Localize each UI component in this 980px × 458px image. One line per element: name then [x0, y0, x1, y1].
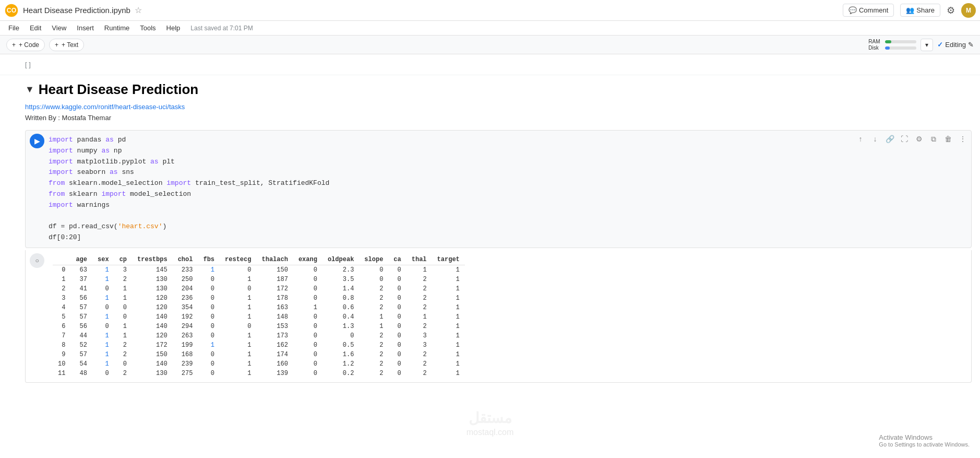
- table-cell: 0: [198, 275, 220, 284]
- table-cell: 2: [407, 359, 432, 369]
- plus-icon: +: [12, 41, 16, 49]
- kaggle-link[interactable]: https://www.kaggle.com/ronitf/heart-dise…: [25, 103, 980, 111]
- table-header: slope: [359, 254, 388, 265]
- table-cell: 150: [256, 265, 293, 275]
- settings-icon[interactable]: ⚙: [947, 5, 955, 16]
- expand-icon[interactable]: ⛶: [898, 133, 911, 145]
- check-icon: ✓: [937, 41, 943, 49]
- table-cell: 192: [173, 312, 198, 322]
- table-cell: 0: [293, 312, 322, 322]
- table-cell: 2: [114, 350, 132, 359]
- link-icon[interactable]: 🔗: [883, 133, 896, 145]
- table-cell: 63: [70, 265, 92, 275]
- table-cell: 2: [359, 369, 388, 378]
- table-cell: 0: [198, 350, 220, 359]
- avatar[interactable]: M: [961, 3, 976, 18]
- table-cell: 0: [198, 369, 220, 378]
- table-cell: 1.4: [322, 284, 359, 293]
- menu-insert[interactable]: Insert: [73, 23, 98, 33]
- table-cell: 57: [70, 303, 92, 312]
- table-cell: 2: [359, 350, 388, 359]
- table-header: sex: [92, 254, 114, 265]
- last-saved-label: Last saved at 7:01 PM: [190, 25, 253, 32]
- table-cell: 8: [53, 340, 70, 350]
- move-down-icon[interactable]: ↓: [869, 133, 881, 145]
- table-cell: 2: [407, 369, 432, 378]
- table-cell: 275: [173, 369, 198, 378]
- table-cell: 0: [388, 312, 406, 322]
- table-cell: 0: [293, 322, 322, 331]
- add-text-button[interactable]: + + Text: [49, 39, 84, 51]
- output-indicator[interactable]: ○: [30, 253, 44, 268]
- table-cell: 2: [359, 293, 388, 303]
- table-cell: 140: [132, 359, 173, 369]
- copy-icon[interactable]: ⧉: [927, 133, 940, 145]
- table-header: oldpeak: [322, 254, 359, 265]
- output-inner: agesexcptrestbpscholfbsrestecgthalachexa…: [49, 250, 971, 382]
- table-header: cp: [114, 254, 132, 265]
- table-header: fbs: [198, 254, 220, 265]
- table-cell: 57: [70, 312, 92, 322]
- table-cell: 9: [53, 350, 70, 359]
- table-cell: 168: [173, 350, 198, 359]
- table-cell: 1: [92, 293, 114, 303]
- star-icon[interactable]: ☆: [135, 5, 142, 15]
- comment-button[interactable]: 💬 Comment: [843, 4, 894, 17]
- table-cell: 0.6: [322, 303, 359, 312]
- table-cell: 1: [220, 359, 256, 369]
- table-cell: 7: [53, 331, 70, 340]
- table-cell: 1: [220, 293, 256, 303]
- menu-runtime[interactable]: Runtime: [100, 23, 134, 33]
- add-code-button[interactable]: + + Code: [6, 39, 45, 51]
- table-cell: 1: [198, 340, 220, 350]
- move-up-icon[interactable]: ↑: [854, 133, 867, 145]
- table-cell: 2: [359, 359, 388, 369]
- pencil-icon: ✎: [968, 41, 974, 49]
- table-cell: 1: [220, 312, 256, 322]
- table-cell: 153: [256, 322, 293, 331]
- author-text: Written By : Mostafa Themar: [25, 114, 980, 122]
- connect-dropdown[interactable]: ▾: [921, 39, 933, 51]
- menu-file[interactable]: File: [4, 23, 23, 33]
- table-cell: 0: [388, 331, 406, 340]
- table-cell: 0.5: [322, 340, 359, 350]
- table-cell: 0: [114, 359, 132, 369]
- table-cell: 0: [293, 284, 322, 293]
- share-button[interactable]: 👥 Share: [900, 4, 940, 17]
- table-cell: 0: [293, 359, 322, 369]
- table-header: thalach: [256, 254, 293, 265]
- settings-cell-icon[interactable]: ⚙: [913, 133, 925, 145]
- more-icon[interactable]: ⋮: [957, 133, 969, 145]
- code-content[interactable]: import pandas as pd import numpy as np i…: [49, 131, 971, 248]
- collapse-icon[interactable]: ▼: [25, 84, 34, 95]
- menu-view[interactable]: View: [47, 23, 70, 33]
- table-cell: 1: [92, 265, 114, 275]
- table-cell: 1: [114, 293, 132, 303]
- table-cell: 0: [53, 265, 70, 275]
- table-cell: 1: [432, 284, 465, 293]
- table-cell: 130: [132, 369, 173, 378]
- table-cell: 3: [407, 331, 432, 340]
- menu-help[interactable]: Help: [162, 23, 185, 33]
- code-cell-toolbar: ↑ ↓ 🔗 ⛶ ⚙ ⧉ 🗑 ⋮: [854, 133, 969, 145]
- table-cell: 1: [114, 331, 132, 340]
- toolbar-right: RAM Disk ▾ ✓ Editing ✎: [868, 39, 974, 51]
- table-cell: 6: [53, 322, 70, 331]
- markdown-section: ▼ Heart Disease Prediction https://www.k…: [0, 75, 980, 128]
- share-icon: 👥: [906, 6, 914, 14]
- disk-label: Disk: [868, 45, 883, 51]
- table-cell: 0: [220, 265, 256, 275]
- table-cell: 174: [256, 350, 293, 359]
- table-cell: 0: [388, 303, 406, 312]
- table-cell: 1: [114, 322, 132, 331]
- menu-tools[interactable]: Tools: [136, 23, 160, 33]
- table-cell: 0: [322, 331, 359, 340]
- svg-text:CO: CO: [7, 7, 17, 14]
- menu-edit[interactable]: Edit: [26, 23, 45, 33]
- run-button[interactable]: ▶: [30, 134, 44, 148]
- table-cell: 4: [53, 303, 70, 312]
- table-cell: 1: [220, 340, 256, 350]
- table-cell: 0: [198, 293, 220, 303]
- delete-icon[interactable]: 🗑: [942, 133, 954, 145]
- table-cell: 57: [70, 350, 92, 359]
